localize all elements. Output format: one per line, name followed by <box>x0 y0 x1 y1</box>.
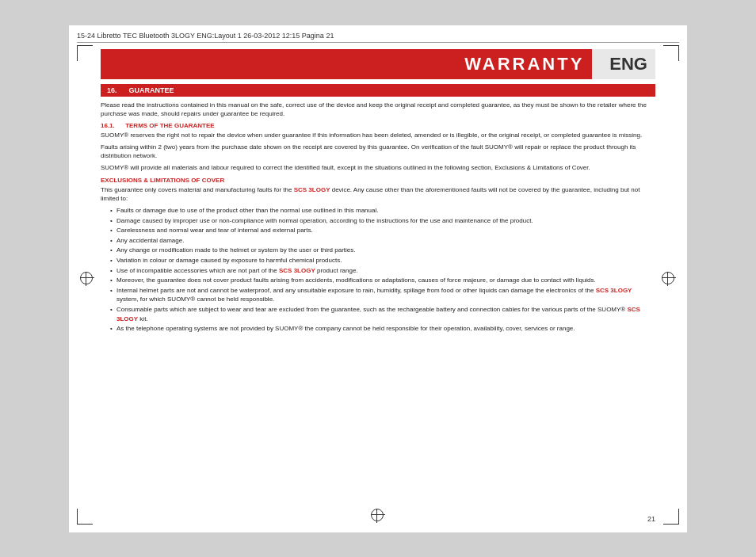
bullet-item-9: Internal helmet parts are not and cannot… <box>110 286 655 304</box>
header-text: 15-24 Libretto TEC Bluetooth 3LOGY ENG:L… <box>77 32 334 40</box>
bullet-item-6: Variation in colour or damage caused by … <box>110 256 655 265</box>
scs-highlight-9: SCS 3LOGY <box>596 287 632 294</box>
eng-section: ENG <box>592 49 655 79</box>
intro-paragraph: Please read the instructions contained i… <box>101 101 655 118</box>
bullet-item-1: Faults or damage due to use of the produ… <box>110 206 655 216</box>
corner-mark-bl <box>77 509 93 525</box>
bullet-item-7: Use of incompatible accessories which ar… <box>110 266 655 276</box>
warranty-red-section: WARRANTY <box>101 49 592 79</box>
reg-mark-left <box>80 272 94 286</box>
exclusions-scs-highlight: SCS 3LOGY <box>294 186 330 193</box>
terms-para-1: SUOMY® reserves the right not to repair … <box>101 131 655 139</box>
corner-mark-br <box>663 509 679 525</box>
eng-label: ENG <box>609 54 647 74</box>
terms-para-3: SUOMY® will provide all materials and la… <box>101 163 655 172</box>
page-container: 15-24 Libretto TEC Bluetooth 3LOGY ENG:L… <box>69 25 687 532</box>
corner-mark-tl <box>77 45 93 61</box>
terms-para-2: Faults arising within 2 (two) years from… <box>101 143 655 160</box>
section161-text: TERMS OF THE GUARANTEE <box>125 122 214 129</box>
section16-number: 16. <box>107 86 117 94</box>
warranty-title: WARRANTY <box>464 54 584 74</box>
section16-header: 16. GUARANTEE <box>101 84 655 97</box>
exclusions-title: EXCLUSIONS & LIMITATIONS OF COVER <box>101 177 655 184</box>
corner-mark-tr <box>663 45 679 61</box>
exclusions-list: Faults or damage due to use of the produ… <box>110 206 655 334</box>
bullet-item-4: Any accidental damage. <box>110 236 655 246</box>
bullet-item-2: Damage caused by improper use or non-com… <box>110 216 655 226</box>
bullet-item-3: Carelessness and normal wear and tear of… <box>110 226 655 235</box>
section161-title: 16.1. TERMS OF THE GUARANTEE <box>101 122 655 129</box>
warranty-header-row: WARRANTY ENG <box>101 49 655 79</box>
reg-mark-right <box>662 272 676 286</box>
scs-highlight-10: SCS 3LOGY <box>116 306 640 322</box>
page-number: 21 <box>647 515 655 523</box>
section161-number: 16.1. <box>101 122 115 129</box>
header-bar: 15-24 Libretto TEC Bluetooth 3LOGY ENG:L… <box>77 32 679 43</box>
exclusions-intro: This guarantee only covers material and … <box>101 185 655 203</box>
bullet-item-5: Any change or modification made to the h… <box>110 246 655 255</box>
exclusions-intro-plain: This guarantee only covers material and … <box>101 186 294 193</box>
bullet-item-11: As the telephone operating systems are n… <box>110 324 655 334</box>
section16-title: GUARANTEE <box>129 86 174 94</box>
bullet-item-8: Moreover, the guarantee does not cover p… <box>110 276 655 285</box>
scs-highlight-7: SCS 3LOGY <box>279 267 315 274</box>
bullet-item-10: Consumable parts which are subject to we… <box>110 305 655 323</box>
main-content: WARRANTY ENG 16. GUARANTEE Please read t… <box>101 49 655 517</box>
